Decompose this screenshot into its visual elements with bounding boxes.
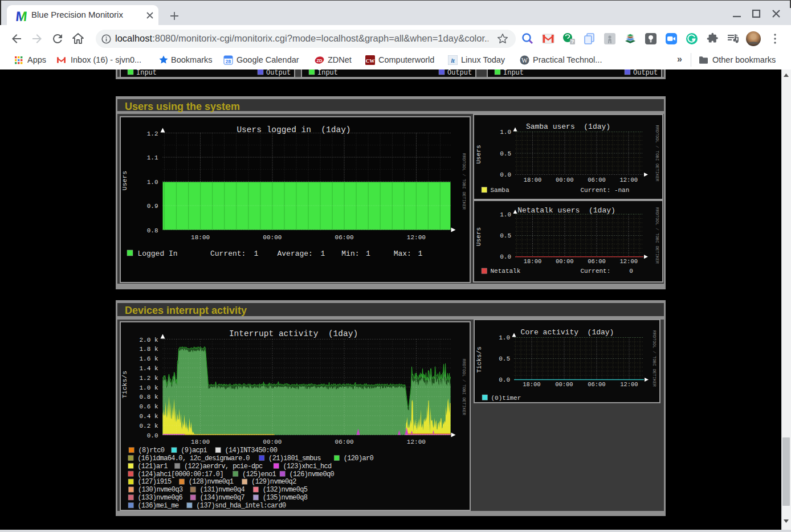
svg-text:Users: Users [121, 171, 128, 191]
svg-text:0.0: 0.0 [147, 432, 158, 439]
svg-text:Samba: Samba [491, 187, 509, 194]
svg-text:Samba users (1day): Samba users (1day) [526, 122, 610, 131]
svg-text:0.8 k: 0.8 k [139, 394, 158, 400]
svg-text:0.0: 0.0 [500, 171, 511, 178]
svg-text:06:00: 06:00 [588, 381, 606, 388]
svg-text:Output: Output [447, 69, 472, 77]
svg-text:RRDTOOL / TOBI OETIKER: RRDTOOL / TOBI OETIKER [462, 359, 466, 416]
svg-text:12:00: 12:00 [407, 234, 426, 241]
svg-text:(136)mei_me: (136)mei_me [138, 502, 180, 510]
svg-text:(131)nvme0q4: (131)nvme0q4 [200, 486, 245, 494]
svg-text:1.0: 1.0 [147, 179, 158, 186]
svg-text:(124)ahci[0000:00:17.0]: (124)ahci[0000:00:17.0] [137, 470, 223, 478]
svg-text:0.4 k: 0.4 k [139, 413, 158, 420]
svg-text:12:00: 12:00 [620, 381, 638, 388]
svg-text:12:00: 12:00 [619, 177, 638, 183]
svg-text:(128)nvme0q1: (128)nvme0q1 [189, 478, 234, 486]
svg-text:RRDTOOL / TOBI OETIKER: RRDTOOL / TOBI OETIKER [655, 125, 659, 182]
svg-text:Core activity (1day): Core activity (1day) [521, 328, 614, 337]
svg-text:0.2 k: 0.2 k [139, 423, 158, 429]
svg-text:M: M [15, 9, 28, 23]
svg-text:(21)i801_smbus: (21)i801_smbus [268, 455, 321, 463]
svg-text:00:00: 00:00 [556, 258, 574, 265]
svg-text:Current: -nan: Current: -nan [581, 187, 630, 194]
svg-text:RRDTOOL / TOBI OETIKER: RRDTOOL / TOBI OETIKER [652, 330, 657, 387]
svg-text:06:00: 06:00 [588, 258, 606, 265]
svg-text:(122)aerdrv, pcie-dpc: (122)aerdrv, pcie-dpc [184, 463, 263, 470]
svg-text:(123)xhci_hcd: (123)xhci_hcd [283, 463, 332, 470]
svg-text:Users: Users [475, 227, 482, 246]
svg-text:28: 28 [226, 59, 231, 64]
svg-text:06:00: 06:00 [335, 234, 354, 241]
svg-text:1.2: 1.2 [147, 130, 158, 137]
svg-text:Current:: Current: [210, 249, 246, 258]
svg-text:0.5: 0.5 [500, 232, 511, 239]
svg-text:1.0: 1.0 [500, 211, 511, 218]
svg-text:Interrupt activity (1day): Interrupt activity (1day) [229, 329, 358, 338]
svg-text:RRDTOOL / TOBI OETIKER: RRDTOOL / TOBI OETIKER [462, 153, 466, 210]
svg-text:1.0: 1.0 [499, 334, 510, 341]
svg-text:Input: Input [503, 69, 524, 77]
svg-text:Output: Output [633, 69, 658, 77]
svg-text:lt: lt [451, 57, 455, 64]
svg-text:1.4 k: 1.4 k [139, 365, 158, 372]
svg-text:0.0: 0.0 [500, 253, 511, 260]
svg-text:12:00: 12:00 [619, 258, 638, 265]
svg-text:18:00: 18:00 [524, 177, 542, 183]
svg-text:0.5: 0.5 [499, 355, 510, 362]
svg-text:0.5: 0.5 [500, 150, 511, 157]
svg-text:W: W [521, 57, 528, 64]
svg-text:Input: Input [136, 69, 157, 77]
svg-text:RRDTOOL / TOBI OETIKER: RRDTOOL / TOBI OETIKER [655, 207, 659, 264]
svg-text:1.0: 1.0 [500, 129, 511, 136]
svg-text:1.6 k: 1.6 k [139, 355, 158, 362]
svg-text:Logged In: Logged In [137, 249, 177, 258]
svg-text:0.9: 0.9 [147, 203, 158, 210]
svg-text:18:00: 18:00 [523, 381, 541, 388]
svg-text:(129)nvme0q2: (129)nvme0q2 [251, 478, 296, 486]
svg-text:Ticks/s: Ticks/s [476, 346, 483, 373]
svg-text:1.8 k: 1.8 k [139, 346, 158, 353]
svg-text:06:00: 06:00 [335, 439, 354, 445]
svg-text:0.0: 0.0 [499, 377, 510, 383]
svg-text:Output: Output [266, 69, 291, 77]
svg-text:(0)timer: (0)timer [491, 395, 521, 402]
svg-text:Min:: Min: [341, 249, 359, 258]
svg-text:CW: CW [366, 58, 375, 64]
svg-text:2.0 k: 2.0 k [139, 337, 158, 343]
svg-text:(137)snd_hda_intel:card0: (137)snd_hda_intel:card0 [196, 502, 286, 510]
svg-text:Current: 0: Current: 0 [581, 268, 633, 275]
svg-text:1: 1 [366, 249, 370, 258]
svg-text:0.6 k: 0.6 k [139, 403, 158, 410]
svg-text:1.0 k: 1.0 k [139, 384, 158, 391]
svg-text:ZD: ZD [317, 58, 323, 63]
svg-text:Users: Users [475, 145, 482, 163]
svg-text:12:00: 12:00 [407, 439, 426, 445]
svg-text:(125)eno1: (125)eno1 [242, 470, 276, 478]
svg-text:00:00: 00:00 [555, 381, 573, 388]
svg-text:1: 1 [418, 249, 423, 258]
svg-text:18:00: 18:00 [524, 258, 542, 265]
svg-text:(134)nvme0q7: (134)nvme0q7 [200, 494, 245, 502]
svg-text:00:00: 00:00 [556, 177, 574, 183]
svg-text:1: 1 [254, 249, 259, 258]
svg-text:(14)INT3450:00: (14)INT3450:00 [225, 447, 278, 455]
svg-text:(126)nvme0q0: (126)nvme0q0 [290, 470, 335, 478]
svg-text:Netatalk users (1day): Netatalk users (1day) [517, 206, 615, 215]
svg-text:Ticks/s: Ticks/s [121, 371, 128, 398]
svg-text:(133)nvme0q6: (133)nvme0q6 [138, 494, 183, 502]
svg-text:1: 1 [320, 249, 325, 258]
svg-text:(16)idma64.0, i2c_designware.0: (16)idma64.0, i2c_designware.0 [137, 455, 250, 463]
svg-text:Input: Input [317, 69, 338, 77]
svg-text:Max:: Max: [394, 249, 411, 258]
svg-text:(8)rtc0: (8)rtc0 [138, 447, 165, 455]
svg-text:00:00: 00:00 [263, 234, 282, 241]
svg-text:00:00: 00:00 [263, 439, 282, 445]
svg-text:0.8: 0.8 [147, 227, 158, 234]
svg-text:Average:: Average: [278, 249, 313, 258]
svg-text:Netatalk: Netatalk [491, 268, 521, 275]
svg-text:(135)nvme0q8: (135)nvme0q8 [263, 494, 308, 502]
svg-text:?: ? [571, 39, 574, 44]
svg-text:(9)acpi: (9)acpi [181, 447, 207, 455]
svg-text:18:00: 18:00 [191, 234, 210, 241]
